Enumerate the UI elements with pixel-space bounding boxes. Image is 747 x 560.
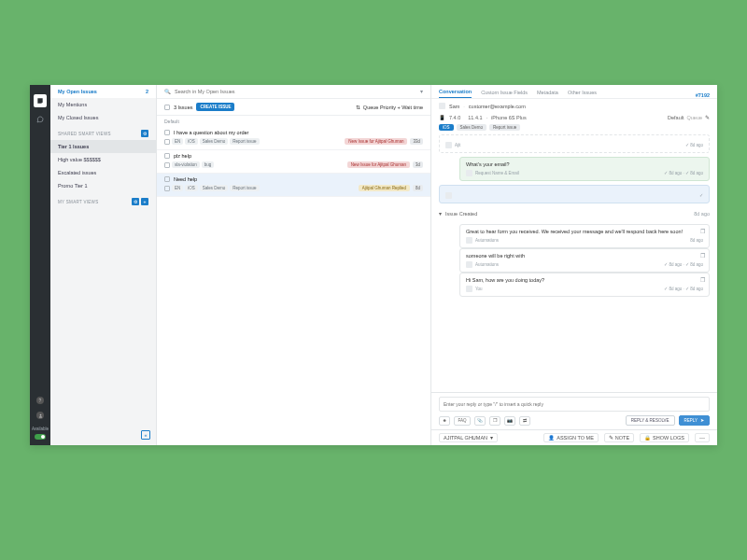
chevron-down-icon: ▾ (439, 211, 442, 217)
issue-title: I have a question about my order (174, 130, 248, 135)
timestamp: 8d ago (690, 143, 703, 147)
sidebar-item-mentions[interactable]: My Mentions (50, 98, 156, 111)
gear-icon[interactable]: ⚙ (132, 198, 139, 205)
issue-checkbox[interactable] (164, 153, 170, 159)
group-header: Default (157, 116, 430, 127)
reply-button[interactable]: REPLY➤ (679, 415, 710, 426)
composer: ☻ FAQ 📎 ❐ 📷 ⇄ REPLY & RESOLVE REPLY➤ (431, 392, 717, 429)
search-input[interactable] (175, 89, 416, 94)
copy-icon[interactable]: ❐ (700, 253, 705, 259)
issue-tag: sla-violation (172, 161, 200, 168)
copy-icon[interactable]: ❐ (700, 277, 705, 283)
sidebar-header-label: SHARED SMART VIEWS (58, 132, 111, 136)
issue-row[interactable]: Need helpENiOSSales DemoReport issueAjit… (157, 174, 430, 197)
issue-tag: iOS (185, 185, 198, 191)
customer-reply: ✓ (439, 185, 710, 203)
tag-chip[interactable]: Report issue (489, 124, 520, 131)
priority-value: Queue (686, 115, 702, 120)
attach-button[interactable]: 📎 (474, 416, 486, 426)
sidebar-item-label: My Mentions (58, 102, 87, 107)
copy-icon[interactable]: ❐ (700, 229, 705, 234)
button-label: REPLY (684, 418, 698, 423)
more-tools-button[interactable]: ⇄ (519, 416, 530, 426)
chevron-down-icon[interactable]: ▾ (420, 89, 423, 94)
note-button[interactable]: ✎ NOTE (604, 433, 634, 442)
customer-name: Sam (449, 104, 459, 109)
customer-row: Sam · customer@example.com (431, 99, 717, 113)
button-label: NOTE (615, 435, 629, 441)
tag-chip[interactable]: Sales Demo (457, 124, 487, 131)
issue-row[interactable]: plz helpsla-violationbugNew Issue for Aj… (157, 150, 430, 174)
sidebar-item-label: Promo Tier 1 (58, 183, 87, 189)
app-version: 7.4.0 (449, 115, 460, 120)
detail-tabs: Conversation Custom Issue Fields Metadat… (431, 85, 717, 99)
timestamp: ✓ 8d ago · ✓ 8d ago (664, 262, 703, 267)
sidebar-item-escalated[interactable]: Escalated issues (50, 166, 156, 179)
tab-other-issues[interactable]: Other Issues (568, 90, 597, 98)
assign-to-me-button[interactable]: 👤 ASSIGN TO ME (543, 433, 599, 442)
priority-label: Default (668, 115, 684, 120)
tag-row: iOS Sales Demo Report issue (431, 124, 717, 134)
help-icon[interactable]: ? (36, 397, 44, 404)
edit-icon[interactable]: ✎ (705, 115, 710, 120)
rail-chat-icon[interactable] (35, 115, 45, 124)
select-all-checkbox[interactable] (164, 105, 170, 110)
canned-button[interactable]: ❐ (489, 416, 500, 426)
faq-button[interactable]: FAQ (454, 416, 471, 426)
issue-created-collapser[interactable]: ▾ Issue Created 8d ago (439, 207, 710, 220)
availability-label: Available (32, 427, 49, 431)
add-icon[interactable]: + (141, 198, 148, 205)
sidebar-item-my-open[interactable]: My Open Issues 2 (50, 85, 156, 98)
reply-resolve-button[interactable]: REPLY & RESOLVE (626, 415, 675, 426)
reply-input[interactable] (439, 397, 710, 412)
issue-checkbox[interactable] (164, 176, 170, 182)
agent-message: ❐Great to hear form you received. We rec… (459, 224, 710, 248)
tab-custom-fields[interactable]: Custom Issue Fields (481, 90, 528, 98)
emoji-button[interactable]: ☻ (439, 416, 450, 426)
issue-list-pane: 🔍 ▾ 3 Issues CREATE ISSUE ⇅ Queue Priori… (157, 85, 431, 445)
more-button[interactable]: ⋯ (695, 433, 710, 442)
sidebar-item-highvalue[interactable]: High value $$$$$$ (50, 153, 156, 166)
sidebar-item-label: Tier 1 Issues (58, 144, 89, 149)
rail-inbox-icon[interactable] (34, 94, 47, 107)
sender-name: Automations (475, 238, 499, 243)
sidebar-item-label: High value $$$$$$ (58, 157, 101, 162)
sidebar-item-tier1[interactable]: Tier 1 Issues (50, 140, 156, 153)
tab-conversation[interactable]: Conversation (439, 89, 472, 98)
sidebar-item-closed[interactable]: My Closed Issues (50, 111, 156, 124)
device-model: iPhone 6S Plus (491, 115, 527, 120)
assignee-dropdown[interactable]: AJITPAL GHUMAN▾ (439, 433, 498, 442)
device-row: 📱7.4.0 11.4.1 ·iPhone 6S Plus Default Qu… (431, 113, 717, 124)
tag-chip[interactable]: iOS (439, 124, 454, 131)
svg-point-0 (39, 413, 41, 415)
conversation: Ajit✓ 8d ago What's your email? Request … (431, 134, 717, 392)
gear-icon[interactable]: ⚙ (141, 130, 148, 137)
bot-prompt: What's your email? Request Name & Email✓… (459, 157, 710, 181)
sidebar-header-my: MY SMART VIEWS ⚙ + (50, 192, 156, 208)
availability-toggle[interactable] (35, 434, 46, 440)
issue-tag: EN (172, 185, 183, 191)
issue-checkbox[interactable] (164, 130, 170, 135)
screenshot-button[interactable]: 📷 (504, 416, 515, 426)
sender-name: You (475, 287, 483, 291)
search-bar: 🔍 ▾ (157, 85, 430, 99)
sort-label[interactable]: Queue Priority + Wait time (363, 105, 423, 110)
issue-age: 3d (413, 161, 423, 168)
sidebar-collapse-button[interactable]: « (141, 430, 150, 440)
first-touch: Ajit✓ 8d ago (439, 134, 710, 153)
os-version: 11.4.1 (468, 115, 482, 120)
sender-name: Ajit (455, 143, 460, 147)
sidebar-header-label: MY SMART VIEWS (58, 200, 98, 204)
sidebar-item-promo[interactable]: Promo Tier 1 (50, 179, 156, 192)
sender-name: Automations (475, 262, 499, 267)
platform-icon (164, 139, 170, 145)
message-text: someone will be right with (466, 253, 703, 259)
show-logs-button[interactable]: 🔒 SHOW LOGS (640, 433, 689, 442)
issue-row[interactable]: I have a question about my orderENiOSSal… (157, 127, 430, 150)
timestamp: 8d ago (690, 238, 703, 243)
profile-icon[interactable] (36, 412, 44, 419)
create-issue-button[interactable]: CREATE ISSUE (196, 103, 234, 111)
tab-metadata[interactable]: Metadata (537, 90, 558, 98)
timestamp: 8d ago (690, 171, 703, 175)
agent-message: ❐Hi Sam, how are you doing today?You✓ 8d… (459, 273, 710, 297)
